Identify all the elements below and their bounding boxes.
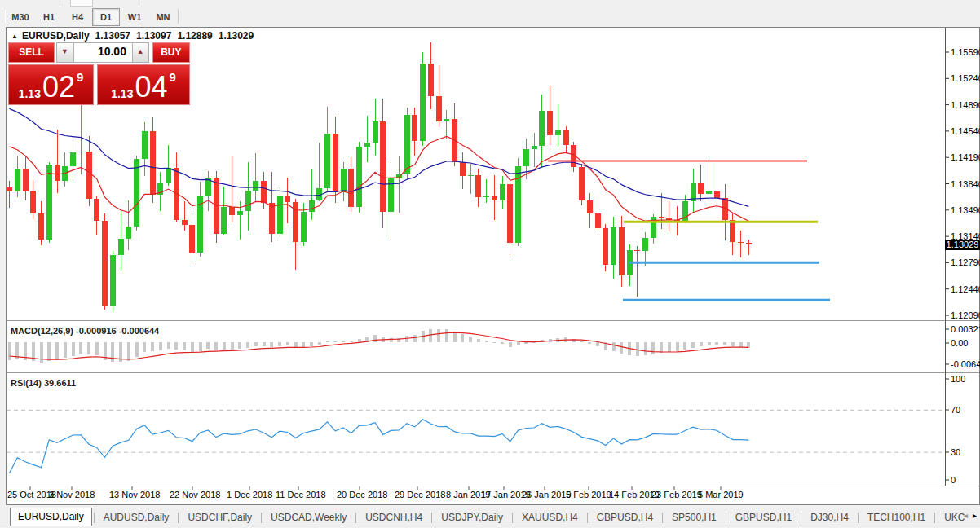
date-label: 29 Dec 2018 [395,490,445,499]
macd-histogram-bar [151,342,154,351]
candle-body [539,111,545,146]
tab-separator [934,513,935,523]
macd-histogram-bar [492,342,496,343]
date-label: 1 Dec 2018 [227,490,272,499]
candle-body [404,115,410,174]
macd-histogram-bar [612,342,616,351]
macd-histogram-bar [683,342,686,350]
candle-body [547,111,553,135]
candle-body [738,242,744,243]
price-tick-label: 1.12440 [951,284,980,294]
chart-tab-usdchf-daily[interactable]: USDCHF,Daily [180,510,259,526]
macd-histogram-bar [231,342,234,350]
price-tick-label: 1.14540 [951,126,980,136]
macd-histogram-bar [127,342,130,361]
macd-histogram-bar [453,332,457,342]
ask-pip-digit: 9 [169,71,175,83]
chart-tab-sp500-h1[interactable]: SP500,H1 [664,510,724,526]
chart-title: ▲EURUSD,Daily1.130571.130971.128891.1302… [11,30,254,42]
candle-body [436,96,442,121]
chart-tab-usdjpy-daily[interactable]: USDJPY,Daily [434,510,510,526]
macd-histogram-bar [263,342,266,346]
chart-tab-dj30-h4[interactable]: DJ30,H4 [803,510,856,526]
macd-histogram-bar [270,342,273,347]
macd-histogram-bar [620,342,623,354]
sell-button[interactable]: SELL [8,42,55,63]
bid-price-button[interactable]: 1.13029 [8,64,94,105]
macd-histogram-bar [87,342,90,354]
macd-histogram-bar [373,335,377,342]
candle-body [587,200,593,214]
rsi-axis-label: 70 [951,405,960,415]
candle-body [86,152,92,199]
macd-histogram-bar [72,342,75,356]
spin-up-icon: ▲ [137,47,144,55]
collapse-arrow-icon[interactable]: ▲ [11,33,18,40]
macd-histogram-bar [246,342,249,348]
macd-histogram-bar [509,342,512,347]
macd-name: MACD(12,26,9) [11,326,73,336]
mt4-window: M30H1H4D1W1MN ▲EURUSD,Daily1.130571.1309… [0,0,980,528]
buy-button[interactable]: BUY [152,42,190,63]
ask-big-digits: 04 [135,75,167,99]
macd-histogram-bar [238,342,241,349]
candle-body [110,255,116,306]
macd-histogram-bar [651,342,655,354]
bid-pip-digit: 9 [77,71,83,83]
macd-histogram-bar [318,342,321,345]
candle-body [523,149,529,166]
tab-separator [662,513,663,523]
candle-body [373,121,378,143]
macd-histogram-bar [588,342,591,344]
macd-histogram-bar [739,342,743,347]
macd-histogram-bar [477,339,480,342]
trade-controls-row: SELL ▼ 10.00 ▲ BUY [8,42,190,63]
candle-body [277,196,283,234]
rsi-axis-label: 0 [951,475,956,485]
bid-prefix: 1.13 [19,88,41,99]
candle-body [166,168,171,183]
macd-histogram-bar [524,342,528,344]
chart-tab-audusd-daily[interactable]: AUDUSD,Daily [96,510,177,526]
macd-histogram-bar [485,341,488,342]
macd-histogram-bar [333,341,337,342]
volume-input[interactable]: 10.00 [73,42,133,63]
date-label: 26 Jan 2019 [522,490,572,499]
candle-body [324,134,330,187]
tab-scroll-right-icon[interactable]: ▸ [973,511,977,520]
candle-body [7,187,12,191]
ask-price-button[interactable]: 1.13049 [97,64,190,105]
macd-histogram-bar [469,337,472,342]
candle-body [333,134,338,192]
candle-body [746,243,752,245]
macd-histogram-bar [294,342,298,347]
candle-body [666,218,672,220]
chart-tab-usdcad-weekly[interactable]: USDCAD,Weekly [263,510,354,526]
tab-scroll-left-icon[interactable]: ◂ [964,511,968,520]
chart-tab-tech100-h1[interactable]: TECH100,H1 [860,510,933,526]
candle-body [706,191,712,194]
candle-body [444,119,449,121]
price-tick-label: 1.12790 [951,257,980,267]
candle-body [468,175,474,176]
candle-body [142,131,148,159]
chart-tab-xauusd-h4[interactable]: XAUUSD,H4 [514,510,585,526]
macd-histogram-bar [286,342,289,345]
candle-body [253,181,258,191]
macd-histogram-bar [8,342,11,360]
candle-body [428,64,434,97]
candle-body [380,121,386,213]
volume-decrease-button[interactable]: ▼ [56,42,73,63]
macd-histogram-bar [183,342,186,350]
chart-tab-usdcnh-h4[interactable]: USDCNH,H4 [358,510,430,526]
chart-tab-gbpusd-h1[interactable]: GBPUSD,H1 [728,510,799,526]
candle-body [341,169,347,193]
volume-increase-button[interactable]: ▲ [132,42,149,63]
macd-histogram-bar [676,342,679,351]
chart-tab-eurusd-daily[interactable]: EURUSD,Daily [10,508,92,526]
candle-body [189,225,195,253]
date-label: 5 Mar 2019 [698,490,744,499]
candle-body [555,130,561,135]
ohlc-high: 1.13097 [136,30,171,42]
chart-tab-gbpusd-h4[interactable]: GBPUSD,H4 [589,510,660,526]
